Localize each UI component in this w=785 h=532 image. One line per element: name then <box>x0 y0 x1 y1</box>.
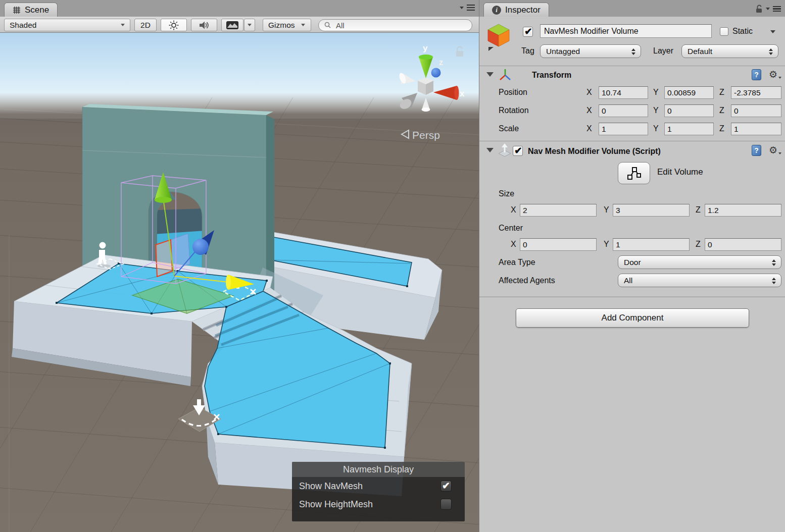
scale-y-field[interactable]: 1 <box>664 123 714 135</box>
add-component-label: Add Component <box>602 313 664 323</box>
modifier-foldout[interactable] <box>486 148 494 152</box>
pane-dropdown-icon[interactable] <box>460 7 464 9</box>
affected-agents-dropdown[interactable]: All <box>618 274 781 287</box>
center-z-field[interactable]: 0 <box>705 238 781 251</box>
axis-z-label: Z <box>719 124 724 133</box>
edit-volume-button[interactable] <box>618 162 650 184</box>
scene-3d-render: y z x Persp <box>0 33 479 532</box>
gameobject-name-field[interactable] <box>540 24 712 38</box>
axis-z-label: Z <box>719 88 724 97</box>
lock-icon[interactable] <box>755 5 763 13</box>
projection-label[interactable]: Persp <box>412 129 440 141</box>
position-x-field[interactable]: 10.74 <box>599 86 648 99</box>
static-checkbox[interactable] <box>720 27 728 36</box>
show-heightmesh-row[interactable]: Show HeightMesh <box>292 495 465 513</box>
scale-x-field[interactable]: 1 <box>599 123 648 135</box>
axis-x-label: X <box>586 124 592 133</box>
tag-value: Untagged <box>546 47 580 56</box>
updown-icon <box>631 48 636 55</box>
chevron-down-icon <box>301 24 305 26</box>
gameobject-cube-icon[interactable] <box>486 23 512 51</box>
show-navmesh-checkbox[interactable] <box>440 481 452 492</box>
help-icon[interactable]: ? <box>752 69 761 80</box>
tab-inspector-label: Inspector <box>505 5 541 15</box>
axis-x-label: X <box>511 205 516 215</box>
tag-dropdown[interactable]: Untagged <box>540 44 641 58</box>
help-icon[interactable]: ? <box>752 145 761 156</box>
size-z-field[interactable]: 1.2 <box>705 204 781 217</box>
add-component-button[interactable]: Add Component <box>516 308 749 328</box>
static-dropdown-icon[interactable] <box>770 30 775 33</box>
size-x-field[interactable]: 2 <box>520 204 597 217</box>
transform-foldout[interactable] <box>486 72 494 77</box>
rotation-z-field[interactable]: 0 <box>731 104 781 117</box>
layer-dropdown[interactable]: Default <box>681 44 778 58</box>
z-axis-ball[interactable] <box>431 68 441 78</box>
size-label: Size <box>499 189 514 198</box>
effects-dropdown-button[interactable] <box>244 19 255 31</box>
tab-scene[interactable]: Scene <box>4 3 58 17</box>
transform-title: Transform <box>532 71 571 80</box>
rotation-y-field[interactable]: 0 <box>664 104 714 117</box>
search-icon <box>324 21 332 29</box>
layer-label: Layer <box>653 46 673 56</box>
updown-icon <box>772 278 776 284</box>
effects-toggle-button[interactable] <box>221 19 243 31</box>
chevron-down-icon <box>248 24 252 26</box>
position-label: Position <box>499 88 527 97</box>
unity-editor-window: Scene Shaded 2D <box>0 0 785 532</box>
axis-z-label: Z <box>719 106 724 115</box>
pane-dropdown-icon[interactable] <box>766 8 770 10</box>
modifier-title: Nav Mesh Modifier Volume (Script) <box>528 147 661 156</box>
scene-tabbar: Scene <box>0 0 479 17</box>
transform-icon <box>499 68 512 81</box>
pane-menu-icon[interactable] <box>773 6 781 12</box>
updown-icon <box>769 48 773 55</box>
rotation-x-field[interactable]: 0 <box>599 104 648 117</box>
center-y-field[interactable]: 1 <box>613 238 690 251</box>
axis-z-label: z <box>439 58 443 67</box>
navmesh-display-title: Navmesh Display <box>292 462 465 477</box>
position-z-field[interactable]: -2.3785 <box>731 86 781 99</box>
search-value: All <box>336 21 345 30</box>
lighting-toggle-button[interactable] <box>161 19 187 31</box>
pane-menu-icon[interactable] <box>467 5 475 11</box>
static-label: Static <box>732 27 753 36</box>
affected-agents-label: Affected Agents <box>499 276 555 285</box>
scene-toolbar: Shaded 2D <box>0 17 479 33</box>
gear-icon[interactable]: ⚙ <box>769 70 777 79</box>
tab-inspector[interactable]: i Inspector <box>483 3 549 17</box>
scene-viewport[interactable]: y z x Persp Navmesh Display Show NavMesh <box>0 33 479 532</box>
show-heightmesh-label: Show HeightMesh <box>299 499 373 510</box>
info-icon: i <box>492 6 501 15</box>
modifier-enabled-checkbox[interactable] <box>513 146 523 156</box>
show-navmesh-row[interactable]: Show NavMesh <box>292 477 465 495</box>
scene-search-input[interactable]: All <box>318 19 472 31</box>
show-heightmesh-checkbox[interactable] <box>440 499 452 510</box>
gameobject-active-checkbox[interactable] <box>523 27 533 37</box>
inspector-tabbar: i Inspector <box>479 0 785 17</box>
layer-value: Default <box>688 47 712 56</box>
center-x-field[interactable]: 0 <box>520 238 597 251</box>
speaker-icon <box>199 21 210 30</box>
axis-y-label: Y <box>653 106 659 115</box>
center-label: Center <box>499 224 523 233</box>
area-type-dropdown[interactable]: Door <box>618 255 781 269</box>
edit-volume-icon <box>626 166 642 181</box>
gizmos-dropdown[interactable]: Gizmos <box>263 19 311 31</box>
scene-panel: Scene Shaded 2D <box>0 0 479 532</box>
navmesh-modifier-icon <box>498 143 512 157</box>
size-y-field[interactable]: 3 <box>613 204 690 217</box>
inspector-panel: i Inspector Stati <box>479 0 785 532</box>
affected-agents-value: All <box>624 276 632 285</box>
audio-toggle-button[interactable] <box>191 19 217 31</box>
scale-z-field[interactable]: 1 <box>731 123 781 135</box>
position-y-field[interactable]: 0.00859 <box>664 86 714 99</box>
shading-mode-dropdown[interactable]: Shaded <box>4 19 130 31</box>
2d-toggle-button[interactable]: 2D <box>134 19 157 31</box>
axis-y-label: Y <box>604 205 609 215</box>
updown-icon <box>772 259 776 266</box>
image-icon <box>226 21 238 29</box>
gear-icon[interactable]: ⚙ <box>769 145 777 155</box>
axis-x-label: X <box>511 240 516 249</box>
